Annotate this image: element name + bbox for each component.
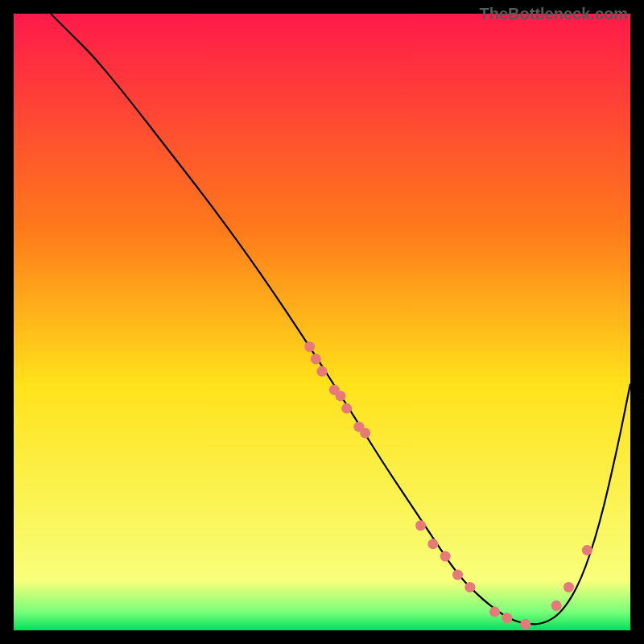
- chart-svg: [14, 14, 630, 630]
- highlight-dot: [427, 539, 438, 549]
- highlight-dot: [582, 545, 592, 555]
- highlight-dot: [440, 551, 451, 562]
- chart-canvas: [14, 14, 630, 630]
- highlight-dot: [489, 607, 500, 617]
- chart-background: [14, 14, 630, 630]
- highlight-dot: [317, 366, 328, 377]
- highlight-dot: [335, 390, 345, 401]
- highlight-dot: [502, 613, 512, 623]
- highlight-dot: [341, 403, 352, 414]
- highlight-dot: [551, 601, 562, 611]
- highlight-dot: [520, 619, 530, 630]
- highlight-dot: [415, 520, 426, 530]
- highlight-dot: [311, 353, 321, 364]
- highlight-dot: [452, 570, 463, 580]
- highlight-dot: [564, 582, 574, 592]
- highlight-dot: [464, 582, 475, 592]
- highlight-dot: [360, 427, 370, 438]
- highlight-dot: [304, 341, 315, 352]
- watermark-text: TheBottleneck.com: [480, 5, 628, 23]
